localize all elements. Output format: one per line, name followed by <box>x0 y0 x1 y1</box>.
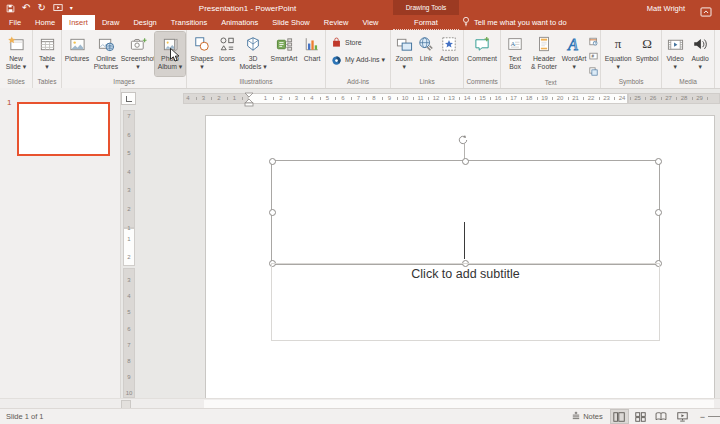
link-button[interactable]: Link <box>416 32 436 76</box>
tab-design[interactable]: Design <box>126 15 163 30</box>
tab-view[interactable]: View <box>355 15 385 30</box>
slide-indicator: Slide 1 of 1 <box>6 409 44 424</box>
ruler-number: 23 <box>603 95 610 102</box>
audio-icon <box>692 34 708 54</box>
text-cursor <box>464 222 465 259</box>
ruler-number: 19 <box>541 95 548 102</box>
object-button[interactable] <box>588 64 599 78</box>
chart-button[interactable]: Chart <box>300 32 324 76</box>
3d-models-button[interactable]: 3DModels ▾ <box>238 32 268 76</box>
equation-button[interactable]: πEquation▾ <box>602 32 634 76</box>
ruler-number: 28 <box>681 95 688 102</box>
equation-icon: π <box>615 34 622 54</box>
ruler-number: 14 <box>464 95 471 102</box>
horizontal-scrollbar[interactable] <box>0 398 720 408</box>
table-button[interactable]: Table▾ <box>34 32 60 76</box>
link-icon <box>418 34 434 54</box>
icons-icon <box>219 34 235 54</box>
ribbon-group-links: Zoom▾LinkActionLinks <box>391 30 464 88</box>
ruler-number: 7 <box>127 342 130 348</box>
smartart-button[interactable]: SmartArt <box>268 32 300 76</box>
icons-button[interactable]: Icons <box>216 32 238 76</box>
group-label: Links <box>392 77 462 88</box>
save-button[interactable] <box>6 3 15 14</box>
tab-format[interactable]: Format <box>393 15 459 30</box>
resize-handle[interactable] <box>655 158 662 165</box>
qat-customize-button[interactable]: ▾ <box>70 3 73 14</box>
slide-number-icon: # <box>589 52 598 61</box>
tab-draw[interactable]: Draw <box>95 15 127 30</box>
ribbon-group-text: ATextBoxHeader& FooterAWordArt▾#Text <box>501 30 601 88</box>
subtitle-placeholder[interactable]: Click to add subtitle <box>271 263 660 341</box>
tell-me-box[interactable]: Tell me what you want to do <box>462 15 567 30</box>
slide-sorter-view-button[interactable] <box>632 410 649 423</box>
text-box-button[interactable]: ATextBox <box>502 32 528 76</box>
header-footer-button[interactable]: Header& Footer <box>528 32 560 76</box>
ruler-number: 2 <box>127 254 130 260</box>
ruler-number: 3 <box>127 277 130 283</box>
user-name[interactable]: Matt Wright <box>647 4 685 13</box>
zoom-slider[interactable] <box>708 416 720 417</box>
ruler-number: 20 <box>557 95 564 102</box>
wordart-button[interactable]: AWordArt▾ <box>560 32 588 76</box>
resize-handle[interactable] <box>655 209 662 216</box>
slide-thumbnail[interactable] <box>17 102 110 156</box>
my-add-ins-button[interactable]: My Add-ins ▾ <box>329 53 387 67</box>
indent-markers[interactable] <box>244 91 254 107</box>
reading-view-button[interactable] <box>653 410 670 423</box>
slide-number-button[interactable]: # <box>588 49 599 63</box>
tab-review[interactable]: Review <box>317 15 356 30</box>
ruler-number: 16 <box>495 95 502 102</box>
zoom-out-button[interactable]: − <box>700 412 705 422</box>
ribbon-display-options-icon[interactable] <box>700 3 712 21</box>
title-placeholder[interactable] <box>271 160 660 265</box>
store-button[interactable]: Store <box>329 35 387 49</box>
resize-handle[interactable] <box>462 158 469 165</box>
scrollbar-track[interactable] <box>204 400 714 408</box>
undo-button[interactable]: ↶ <box>22 3 30 14</box>
object-icon <box>589 67 598 76</box>
screenshot-button[interactable]: Screenshot▾ <box>121 32 155 76</box>
resize-handle[interactable] <box>269 209 276 216</box>
rotate-handle-icon[interactable] <box>457 132 469 150</box>
title-bar: ↶↻▾ Presentation1 - PowerPoint Drawing T… <box>0 0 720 30</box>
tab-slide-show[interactable]: Slide Show <box>265 15 317 30</box>
status-bar: Slide 1 of 1 Notes − <box>0 408 720 424</box>
ruler-number: 4 <box>310 95 313 102</box>
ruler-number: 22 <box>588 95 595 102</box>
horizontal-ruler: 4321123456789101112131415161718192021222… <box>140 91 720 107</box>
notes-button[interactable]: Notes <box>569 411 606 422</box>
slideshow-view-button[interactable] <box>674 410 691 423</box>
resize-handle[interactable] <box>269 158 276 165</box>
symbol-button[interactable]: ΩSymbol <box>634 32 660 76</box>
slide-canvas[interactable]: Click to add subtitle <box>205 115 715 400</box>
comment-button[interactable]: Comment <box>465 32 499 76</box>
chart-icon <box>304 34 320 54</box>
pictures-button[interactable]: Pictures <box>63 32 91 76</box>
normal-view-button[interactable] <box>611 410 628 423</box>
action-button[interactable]: Action <box>436 32 462 76</box>
start-slideshow-button[interactable] <box>53 3 63 14</box>
tab-home[interactable]: Home <box>28 15 62 30</box>
date-time-button[interactable] <box>588 34 599 48</box>
tab-animations[interactable]: Animations <box>214 15 265 30</box>
tab-file[interactable]: File <box>2 15 28 30</box>
ruler-number: 6 <box>127 326 130 332</box>
tab-transitions[interactable]: Transitions <box>164 15 214 30</box>
audio-button[interactable]: Audio▾ <box>687 32 713 76</box>
ribbon-group-slides: NewSlide ▾Slides <box>0 30 33 88</box>
pictures-icon <box>69 34 86 54</box>
tab-insert[interactable]: Insert <box>62 15 95 30</box>
zoom-button[interactable]: Zoom▾ <box>392 32 416 76</box>
shapes-button[interactable]: Shapes▾ <box>188 32 216 76</box>
ruler-number: 21 <box>572 95 579 102</box>
online-pictures-button[interactable]: OnlinePictures <box>91 32 121 76</box>
ribbon-group-media: Video▾Audio▾Media <box>662 30 715 88</box>
ruler-number: 7 <box>127 113 130 119</box>
ruler-number: 8 <box>372 95 375 102</box>
new-slide-button[interactable]: NewSlide ▾ <box>1 32 31 76</box>
tab-selector-button[interactable] <box>121 92 136 105</box>
redo-button[interactable]: ↻ <box>37 3 45 14</box>
ruler-number: 13 <box>448 95 455 102</box>
video-button[interactable]: Video▾ <box>663 32 687 76</box>
